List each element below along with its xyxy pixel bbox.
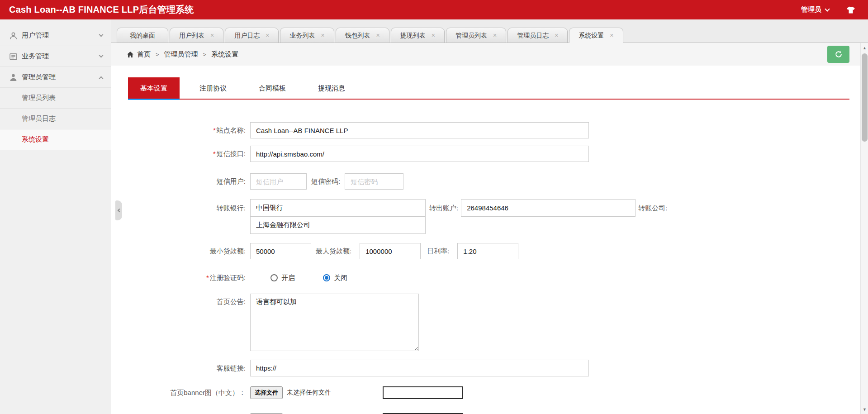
sidebar-item-admin-log[interactable]: 管理员日志 (0, 109, 111, 129)
tab-label: 管理员日志 (517, 28, 549, 43)
sms-password-input[interactable] (345, 173, 403, 190)
settings-form: *站点名称: *短信接口: 短信用户: (111, 100, 868, 414)
close-icon[interactable]: × (266, 32, 269, 38)
min-loan-input[interactable] (250, 243, 311, 259)
sidebar-item-label: 管理员管理 (22, 73, 95, 81)
close-icon[interactable]: × (493, 32, 497, 38)
close-icon[interactable]: × (210, 32, 214, 38)
field-label: 短信用户: (111, 173, 250, 190)
service-link-input[interactable] (250, 360, 589, 376)
chevron-down-icon (99, 53, 104, 58)
sidebar-item-system-settings[interactable]: 系统设置 (0, 129, 111, 150)
refresh-icon (834, 50, 843, 59)
refresh-button[interactable] (827, 46, 849, 63)
daily-rate-input[interactable] (457, 243, 518, 259)
settings-panel: 基本设置 注册协议 合同模板 提现消息 *站点名称: *短信接口: (111, 66, 868, 414)
form-row-sms-account: 短信用户: 短信密码: (111, 173, 868, 190)
tab-strip: 我的桌面 用户列表 × 用户日志 × 业务列表 × 钱包列表 × 提现列表 × (111, 19, 868, 43)
breadcrumb-separator: > (203, 51, 207, 58)
field-label: 最大贷款额: (316, 243, 351, 260)
business-icon (9, 52, 18, 61)
tab-contract-template[interactable]: 合同模板 (247, 77, 298, 99)
tab-business-list[interactable]: 业务列表 × (280, 28, 334, 43)
field-label: 转账银行: (111, 199, 250, 217)
sms-api-input[interactable] (250, 146, 589, 162)
user-icon (9, 32, 18, 40)
theme-button[interactable] (845, 5, 856, 14)
sidebar-item-user-mgmt[interactable]: 用户管理 (0, 25, 111, 46)
vertical-scrollbar[interactable]: ▲ ▼ (860, 43, 868, 414)
tab-system-settings[interactable]: 系统设置 × (569, 28, 623, 43)
tab-register-agreement[interactable]: 注册协议 (187, 77, 239, 99)
user-menu[interactable]: 管理员 (801, 5, 829, 14)
field-label: *站点名称: (111, 122, 250, 138)
close-icon[interactable]: × (610, 32, 613, 38)
radio-label[interactable]: 关闭 (334, 274, 347, 282)
radio-label[interactable]: 开启 (281, 274, 295, 282)
main-area: 我的桌面 用户列表 × 用户日志 × 业务列表 × 钱包列表 × 提现列表 × (111, 19, 868, 414)
home-notice-textarea[interactable]: 语言都可以加 (250, 294, 419, 351)
sidebar-subitem-label: 系统设置 (22, 135, 49, 144)
field-label: *短信接口: (111, 146, 250, 162)
file-status-text: 未选择任何文件 (287, 389, 331, 397)
tab-label: 用户日志 (234, 28, 260, 43)
form-row-sms-api: *短信接口: (111, 146, 868, 162)
chevron-left-icon (118, 209, 121, 212)
chevron-down-icon (99, 33, 104, 37)
breadcrumb-admin-mgmt[interactable]: 管理员管理 (164, 50, 198, 59)
field-label: 短信密码: (311, 173, 340, 190)
out-account-input[interactable] (461, 199, 636, 217)
tab-label: 提现列表 (400, 28, 426, 43)
site-name-input[interactable] (250, 122, 589, 138)
tshirt-icon (845, 5, 856, 14)
breadcrumb-current: 系统设置 (211, 50, 238, 59)
close-icon[interactable]: × (432, 32, 435, 38)
transfer-bank-company-input[interactable] (250, 216, 426, 234)
tab-withdraw-message[interactable]: 提现消息 (306, 77, 357, 99)
sidebar-item-label: 业务管理 (22, 52, 95, 61)
scroll-up-arrow-icon[interactable]: ▲ (861, 44, 868, 52)
scroll-down-arrow-icon[interactable]: ▼ (861, 405, 868, 413)
field-label: 最小贷款额: (111, 243, 250, 259)
breadcrumb-home[interactable]: 首页 (137, 50, 151, 59)
close-icon[interactable]: × (321, 32, 324, 38)
app-title: Cash Loan--AB FINANCE LLP后台管理系统 (9, 4, 194, 16)
tab-label: 用户列表 (179, 28, 204, 43)
field-label: 日利率: (427, 243, 449, 260)
field-label: 首页公告: (111, 294, 250, 306)
tab-user-log[interactable]: 用户日志 × (225, 28, 279, 43)
transfer-bank-input[interactable] (250, 199, 426, 217)
header-right: 管理员 (801, 5, 856, 14)
form-row-register-captcha: *注册验证码: 开启 关闭 (111, 273, 868, 282)
tab-admin-log[interactable]: 管理员日志 × (508, 28, 568, 43)
close-icon[interactable]: × (376, 32, 380, 38)
sidebar-collapse-handle[interactable] (115, 200, 122, 220)
max-loan-input[interactable] (360, 243, 421, 259)
field-label: 转账公司: (638, 199, 667, 217)
scrollbar-thumb[interactable] (862, 53, 868, 142)
sidebar-item-admin-mgmt[interactable]: 管理员管理 (0, 67, 111, 88)
tab-user-list[interactable]: 用户列表 × (170, 28, 223, 43)
tab-desktop[interactable]: 我的桌面 (117, 28, 168, 43)
form-row-loan-limits: 最小贷款额: 最大贷款额: 日利率: (111, 243, 868, 260)
tab-withdraw-list[interactable]: 提现列表 × (391, 28, 445, 43)
radio-captcha-off[interactable] (323, 274, 330, 281)
tab-basic-settings[interactable]: 基本设置 (128, 77, 180, 99)
form-row-home-notice: 首页公告: 语言都可以加 (111, 294, 868, 351)
tab-label: 业务列表 (289, 28, 315, 43)
sidebar-item-admin-list[interactable]: 管理员列表 (0, 88, 111, 109)
close-icon[interactable]: × (555, 32, 558, 38)
choose-file-button[interactable]: 选择文件 (250, 386, 283, 399)
sidebar: 用户管理 业务管理 管理员管理 管理员列表 管理员日志 系统设置 (0, 19, 111, 414)
sms-user-input[interactable] (250, 173, 307, 190)
radio-captcha-on[interactable] (270, 274, 278, 281)
tab-wallet-list[interactable]: 钱包列表 × (336, 28, 389, 43)
field-label: 客服链接: (111, 360, 250, 376)
banner-cn-path-input[interactable] (383, 386, 463, 399)
field-label: 转出账户: (429, 199, 458, 217)
form-row-site-name: *站点名称: (111, 122, 868, 138)
tab-admin-list[interactable]: 管理员列表 × (446, 28, 506, 43)
sidebar-item-business-mgmt[interactable]: 业务管理 (0, 46, 111, 67)
field-label: 首页banner图（中文）： (111, 386, 250, 399)
sidebar-item-label: 用户管理 (22, 31, 95, 40)
